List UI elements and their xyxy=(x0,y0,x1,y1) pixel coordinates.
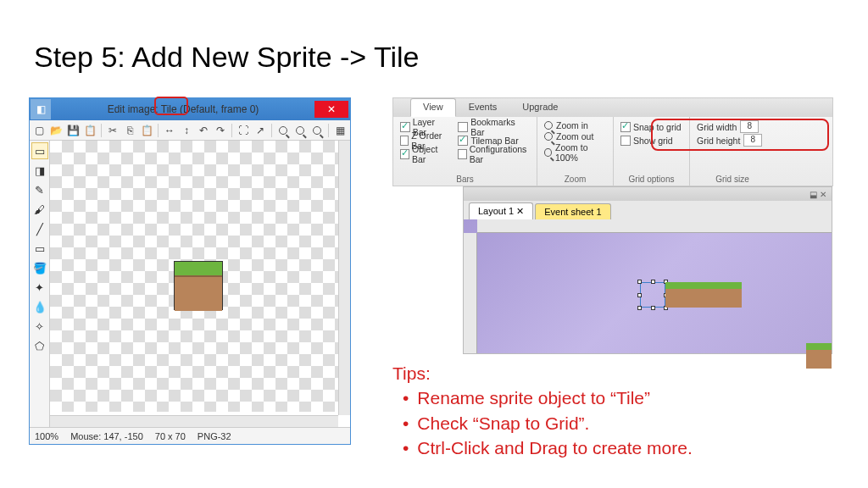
zoom-out-icon xyxy=(544,132,553,141)
zoom-in-icon xyxy=(544,121,553,130)
status-mouse: Mouse: 147, -150 xyxy=(70,431,143,441)
hotspot-tool-icon[interactable]: ✧ xyxy=(31,318,48,335)
tip-3: Ctrl-Click and Drag to create more. xyxy=(403,435,693,460)
flip-v-icon[interactable]: ↕ xyxy=(179,123,194,138)
status-bar: 100% Mouse: 147, -150 70 x 70 PNG-32 xyxy=(30,427,350,444)
tab-close-icon[interactable]: ✕ xyxy=(516,206,524,216)
slide-title: Step 5: Add New Sprite -> Tile xyxy=(34,41,420,74)
flip-h-icon[interactable]: ↔ xyxy=(162,123,177,138)
tile-instance[interactable] xyxy=(806,343,832,369)
tab-layout1[interactable]: Layout 1 ✕ xyxy=(469,202,533,219)
open-icon[interactable]: 📂 xyxy=(48,123,64,138)
crop-icon[interactable]: ⛶ xyxy=(236,123,251,138)
chk-bookmarks-bar[interactable]: Bookmarks Bar xyxy=(458,120,530,134)
layout-tabs: Layout 1 ✕ Event sheet 1 xyxy=(464,201,832,219)
line-tool-icon[interactable]: ╱ xyxy=(31,220,48,237)
ribbon-group-bars: Layer Bar Z Order Bar Object Bar Bookmar… xyxy=(393,117,537,186)
zoom-fit-icon[interactable] xyxy=(309,123,325,138)
select-tool-icon[interactable]: ▭ xyxy=(31,142,48,159)
sprite-tile[interactable] xyxy=(174,261,223,310)
paste-icon[interactable]: 📋 xyxy=(82,123,97,138)
app-icon: ◧ xyxy=(31,99,51,119)
editor-titlebar[interactable]: ◧ Edit image: Tile (Default, frame 0) ✕ xyxy=(30,98,350,120)
copy-icon[interactable]: ⎘ xyxy=(122,123,137,138)
ribbon-tabs: View Events Upgrade xyxy=(393,98,832,117)
status-size: 70 x 70 xyxy=(155,431,186,441)
chk-object-bar[interactable]: Object Bar xyxy=(400,147,449,161)
cut-icon[interactable]: ✂ xyxy=(105,123,120,138)
image-editor-window: ◧ Edit image: Tile (Default, frame 0) ✕ … xyxy=(29,97,351,445)
group-label-bars: Bars xyxy=(393,175,537,184)
zoom-in-icon[interactable] xyxy=(275,123,291,138)
zoom-in-btn[interactable]: Zoom in xyxy=(544,120,606,130)
tool-palette: ▭ ◨ ✎ 🖌 ╱ ▭ 🪣 ✦ 💧 ✧ ⬠ xyxy=(30,141,50,427)
scrollbar-v[interactable] xyxy=(338,141,350,415)
tab-events[interactable]: Events xyxy=(456,98,510,117)
zoom-100-btn[interactable]: Zoom to 100% xyxy=(544,142,606,163)
zoom-100-icon xyxy=(544,148,552,157)
chk-config-bar[interactable]: Configurations Bar xyxy=(458,147,530,161)
polygon-tool-icon[interactable]: ⬠ xyxy=(31,337,48,354)
close-button[interactable]: ✕ xyxy=(314,101,348,118)
new-icon[interactable]: ▢ xyxy=(31,123,47,138)
group-label-grid-size: Grid size xyxy=(690,175,775,184)
editor-toolbar: ▢ 📂 💾 📋 ✂ ⎘ 📋 ↔ ↕ ↶ ↷ ⛶ ↗ ▦ xyxy=(30,120,350,141)
group-label-grid-opt: Grid options xyxy=(614,175,689,184)
tab-upgrade[interactable]: Upgrade xyxy=(509,98,570,117)
selected-tile[interactable] xyxy=(640,282,665,308)
resize-icon[interactable]: ↗ xyxy=(253,123,268,138)
rotate-cw-icon[interactable]: ↷ xyxy=(213,123,228,138)
rect-tool-icon[interactable]: ▭ xyxy=(31,240,48,257)
fill-tool-icon[interactable]: 🪣 xyxy=(31,259,48,276)
status-zoom: 100% xyxy=(35,431,58,441)
tab-view[interactable]: View xyxy=(410,98,456,117)
group-label-zoom: Zoom xyxy=(537,175,613,184)
ruler-v xyxy=(464,233,477,353)
wand-tool-icon[interactable]: ✦ xyxy=(31,279,48,296)
layout-canvas[interactable] xyxy=(464,219,832,353)
eyedrop-tool-icon[interactable]: 💧 xyxy=(31,298,48,315)
eraser-tool-icon[interactable]: ◨ xyxy=(31,162,48,179)
tip-1: Rename sprite object to “Tile” xyxy=(403,385,693,410)
scrollbar-h[interactable] xyxy=(50,415,338,427)
grid-icon[interactable]: ▦ xyxy=(332,123,348,138)
tile-instance[interactable] xyxy=(665,282,691,308)
ruler-h xyxy=(477,219,832,233)
ribbon-group-zoom: Zoom in Zoom out Zoom to 100% Zoom xyxy=(537,117,614,186)
brush-tool-icon[interactable]: 🖌 xyxy=(31,201,48,218)
tile-instance[interactable] xyxy=(716,282,742,308)
annotation-highlight-title xyxy=(154,97,188,115)
layout-panel: ⬓ ✕ Layout 1 ✕ Event sheet 1 xyxy=(463,186,832,354)
save-icon[interactable]: 💾 xyxy=(65,123,81,138)
canvas[interactable] xyxy=(50,141,350,427)
tile-instance[interactable] xyxy=(691,282,716,308)
tab-event-sheet1[interactable]: Event sheet 1 xyxy=(535,203,610,219)
tip-2: Check “Snap to Grid”. xyxy=(403,411,693,435)
status-format: PNG-32 xyxy=(198,431,231,441)
tips-heading: Tips: xyxy=(392,361,693,385)
panel-pin-bar[interactable]: ⬓ ✕ xyxy=(464,187,832,201)
zoom-out-icon[interactable] xyxy=(292,123,308,138)
annotation-highlight-grid xyxy=(651,119,829,151)
clipboard-icon[interactable]: 📋 xyxy=(139,123,154,138)
ribbon-view: View Events Upgrade Layer Bar Z Order Ba… xyxy=(392,97,833,186)
pencil-tool-icon[interactable]: ✎ xyxy=(31,181,48,198)
rotate-ccw-icon[interactable]: ↶ xyxy=(196,123,211,138)
tips-block: Tips: Rename sprite object to “Tile” Che… xyxy=(392,361,693,461)
